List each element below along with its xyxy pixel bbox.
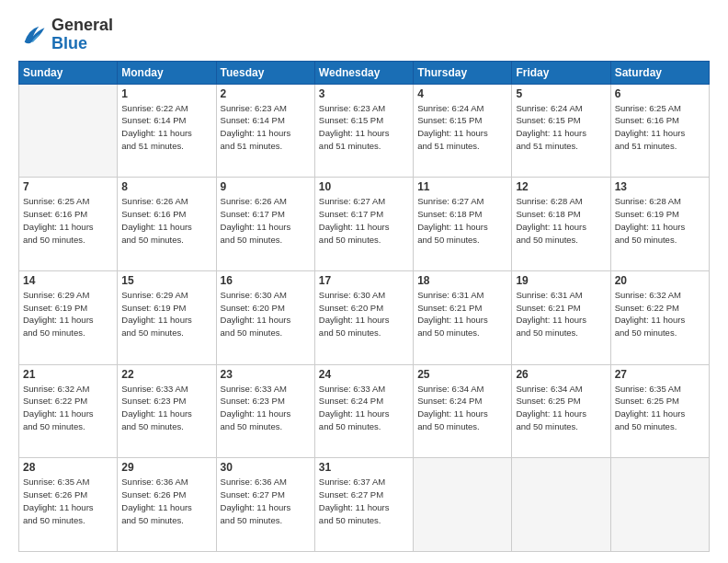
day-info: Sunrise: 6:22 AMSunset: 6:14 PMDaylight:…: [121, 102, 211, 153]
calendar-cell: 19Sunrise: 6:31 AMSunset: 6:21 PMDayligh…: [512, 270, 610, 364]
logo-text: General Blue: [51, 17, 113, 53]
calendar-cell: 15Sunrise: 6:29 AMSunset: 6:19 PMDayligh…: [118, 270, 216, 364]
day-info: Sunrise: 6:25 AMSunset: 6:16 PMDaylight:…: [23, 195, 113, 246]
day-info: Sunrise: 6:31 AMSunset: 6:21 PMDaylight:…: [417, 289, 507, 339]
col-header-monday: Monday: [118, 61, 216, 84]
page: General Blue SundayMondayTuesdayWednesda…: [0, 0, 728, 563]
day-number: 9: [221, 180, 311, 193]
day-info: Sunrise: 6:29 AMSunset: 6:19 PMDaylight:…: [23, 289, 113, 339]
day-number: 11: [417, 180, 507, 193]
day-number: 14: [23, 274, 113, 287]
day-info: Sunrise: 6:30 AMSunset: 6:20 PMDaylight:…: [319, 289, 409, 339]
day-info: Sunrise: 6:28 AMSunset: 6:19 PMDaylight:…: [615, 195, 705, 246]
week-row-1: 1Sunrise: 6:22 AMSunset: 6:14 PMDaylight…: [19, 84, 710, 178]
calendar-cell: 14Sunrise: 6:29 AMSunset: 6:19 PMDayligh…: [19, 270, 118, 364]
day-info: Sunrise: 6:27 AMSunset: 6:17 PMDaylight:…: [319, 195, 409, 246]
day-info: Sunrise: 6:26 AMSunset: 6:16 PMDaylight:…: [121, 195, 211, 246]
header: General Blue: [18, 17, 710, 53]
col-header-wednesday: Wednesday: [314, 61, 413, 84]
day-number: 10: [319, 180, 409, 193]
calendar-cell: 6Sunrise: 6:25 AMSunset: 6:16 PMDaylight…: [610, 84, 709, 178]
day-info: Sunrise: 6:31 AMSunset: 6:21 PMDaylight:…: [516, 289, 606, 339]
day-info: Sunrise: 6:23 AMSunset: 6:14 PMDaylight:…: [221, 102, 311, 153]
calendar-cell: 22Sunrise: 6:33 AMSunset: 6:23 PMDayligh…: [118, 364, 216, 458]
calendar-cell: 17Sunrise: 6:30 AMSunset: 6:20 PMDayligh…: [314, 270, 413, 364]
calendar-cell: 31Sunrise: 6:37 AMSunset: 6:27 PMDayligh…: [314, 458, 413, 552]
day-info: Sunrise: 6:32 AMSunset: 6:22 PMDaylight:…: [23, 383, 113, 433]
day-number: 24: [319, 368, 409, 381]
calendar-cell: 9Sunrise: 6:26 AMSunset: 6:17 PMDaylight…: [216, 178, 314, 271]
calendar-cell: 3Sunrise: 6:23 AMSunset: 6:15 PMDaylight…: [314, 84, 413, 178]
day-info: Sunrise: 6:34 AMSunset: 6:25 PMDaylight:…: [516, 383, 606, 433]
calendar-header-row: SundayMondayTuesdayWednesdayThursdayFrid…: [19, 61, 710, 84]
calendar-cell: 27Sunrise: 6:35 AMSunset: 6:25 PMDayligh…: [610, 364, 709, 458]
day-info: Sunrise: 6:37 AMSunset: 6:27 PMDaylight:…: [319, 476, 409, 526]
day-number: 26: [516, 368, 606, 381]
day-number: 25: [417, 368, 507, 381]
day-number: 22: [121, 368, 211, 381]
day-info: Sunrise: 6:30 AMSunset: 6:20 PMDaylight:…: [221, 289, 311, 339]
calendar-cell: 7Sunrise: 6:25 AMSunset: 6:16 PMDaylight…: [19, 178, 118, 271]
day-number: 28: [23, 461, 113, 474]
day-info: Sunrise: 6:23 AMSunset: 6:15 PMDaylight:…: [319, 102, 409, 153]
day-number: 3: [319, 87, 409, 100]
day-number: 21: [23, 368, 113, 381]
day-info: Sunrise: 6:25 AMSunset: 6:16 PMDaylight:…: [615, 102, 705, 153]
day-info: Sunrise: 6:28 AMSunset: 6:18 PMDaylight:…: [516, 195, 606, 246]
calendar-cell: [610, 458, 709, 552]
day-info: Sunrise: 6:33 AMSunset: 6:23 PMDaylight:…: [221, 383, 311, 433]
calendar-cell: 28Sunrise: 6:35 AMSunset: 6:26 PMDayligh…: [19, 458, 118, 552]
week-row-4: 21Sunrise: 6:32 AMSunset: 6:22 PMDayligh…: [19, 364, 710, 458]
day-info: Sunrise: 6:24 AMSunset: 6:15 PMDaylight:…: [417, 102, 507, 153]
calendar-cell: 24Sunrise: 6:33 AMSunset: 6:24 PMDayligh…: [314, 364, 413, 458]
calendar-cell: 29Sunrise: 6:36 AMSunset: 6:26 PMDayligh…: [118, 458, 216, 552]
day-number: 30: [221, 461, 311, 474]
logo: General Blue: [18, 17, 113, 53]
day-number: 31: [319, 461, 409, 474]
day-info: Sunrise: 6:26 AMSunset: 6:17 PMDaylight:…: [221, 195, 311, 246]
calendar-cell: 10Sunrise: 6:27 AMSunset: 6:17 PMDayligh…: [314, 178, 413, 271]
calendar-cell: 4Sunrise: 6:24 AMSunset: 6:15 PMDaylight…: [414, 84, 512, 178]
day-number: 12: [516, 180, 606, 193]
day-number: 7: [23, 180, 113, 193]
col-header-saturday: Saturday: [610, 61, 709, 84]
day-number: 6: [615, 87, 705, 100]
day-info: Sunrise: 6:24 AMSunset: 6:15 PMDaylight:…: [516, 102, 606, 153]
day-info: Sunrise: 6:33 AMSunset: 6:23 PMDaylight:…: [121, 383, 211, 433]
calendar-cell: 25Sunrise: 6:34 AMSunset: 6:24 PMDayligh…: [414, 364, 512, 458]
day-number: 27: [615, 368, 705, 381]
calendar-cell: 20Sunrise: 6:32 AMSunset: 6:22 PMDayligh…: [610, 270, 709, 364]
day-number: 19: [516, 274, 606, 287]
calendar-cell: 18Sunrise: 6:31 AMSunset: 6:21 PMDayligh…: [414, 270, 512, 364]
day-number: 1: [121, 87, 211, 100]
logo-bird-icon: [18, 22, 48, 48]
logo-general: General: [51, 16, 113, 34]
day-info: Sunrise: 6:27 AMSunset: 6:18 PMDaylight:…: [417, 195, 507, 246]
day-info: Sunrise: 6:32 AMSunset: 6:22 PMDaylight:…: [615, 289, 705, 339]
day-number: 15: [121, 274, 211, 287]
calendar-table: SundayMondayTuesdayWednesdayThursdayFrid…: [18, 61, 710, 552]
day-number: 16: [221, 274, 311, 287]
day-number: 23: [221, 368, 311, 381]
day-number: 8: [121, 180, 211, 193]
week-row-3: 14Sunrise: 6:29 AMSunset: 6:19 PMDayligh…: [19, 270, 710, 364]
day-info: Sunrise: 6:33 AMSunset: 6:24 PMDaylight:…: [319, 383, 409, 433]
calendar-cell: [512, 458, 610, 552]
col-header-thursday: Thursday: [414, 61, 512, 84]
calendar-cell: [19, 84, 118, 178]
day-info: Sunrise: 6:35 AMSunset: 6:25 PMDaylight:…: [615, 383, 705, 433]
calendar-cell: 11Sunrise: 6:27 AMSunset: 6:18 PMDayligh…: [414, 178, 512, 271]
day-info: Sunrise: 6:34 AMSunset: 6:24 PMDaylight:…: [417, 383, 507, 433]
day-number: 18: [417, 274, 507, 287]
day-number: 13: [615, 180, 705, 193]
logo-blue: Blue: [51, 34, 87, 52]
day-number: 29: [121, 461, 211, 474]
day-info: Sunrise: 6:29 AMSunset: 6:19 PMDaylight:…: [121, 289, 211, 339]
week-row-2: 7Sunrise: 6:25 AMSunset: 6:16 PMDaylight…: [19, 178, 710, 271]
calendar-cell: 30Sunrise: 6:36 AMSunset: 6:27 PMDayligh…: [216, 458, 314, 552]
day-info: Sunrise: 6:36 AMSunset: 6:27 PMDaylight:…: [221, 476, 311, 526]
day-number: 5: [516, 87, 606, 100]
calendar-cell: 2Sunrise: 6:23 AMSunset: 6:14 PMDaylight…: [216, 84, 314, 178]
day-info: Sunrise: 6:35 AMSunset: 6:26 PMDaylight:…: [23, 476, 113, 526]
day-number: 4: [417, 87, 507, 100]
